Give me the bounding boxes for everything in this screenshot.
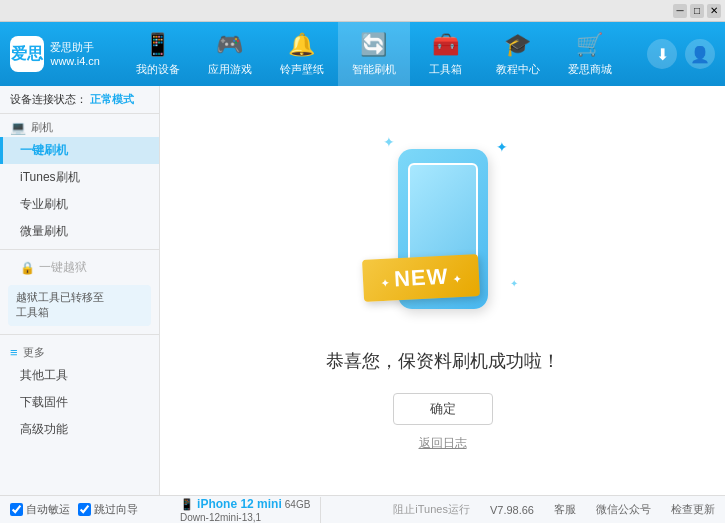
sparkle-1: ✦ <box>383 134 395 150</box>
tutorials-icon: 🎓 <box>504 32 531 58</box>
nav-item-apps-games[interactable]: 🎮 应用游戏 <box>194 22 266 86</box>
bottom-left: 自动敏运 跳过向导 <box>10 502 170 517</box>
skip-wizard-checkbox[interactable]: 跳过向导 <box>78 502 138 517</box>
device-name: iPhone 12 mini <box>197 497 282 511</box>
nav-item-smart-shop[interactable]: 🔄 智能刷机 <box>338 22 410 86</box>
sidebar-item-itunes-flash[interactable]: iTunes刷机 <box>0 164 159 191</box>
titlebar: ─ □ ✕ <box>0 0 725 22</box>
sidebar-item-other-tools[interactable]: 其他工具 <box>0 362 159 389</box>
new-ribbon: NEW <box>361 254 479 302</box>
ringtones-icon: 🔔 <box>288 32 315 58</box>
nav-item-ringtones[interactable]: 🔔 铃声壁纸 <box>266 22 338 86</box>
download-button[interactable]: ⬇ <box>647 39 677 69</box>
nav-item-my-device[interactable]: 📱 我的设备 <box>122 22 194 86</box>
update-link[interactable]: 检查更新 <box>671 502 715 517</box>
minimize-button[interactable]: ─ <box>673 4 687 18</box>
topnav: 爱思 爱思助手 www.i4.cn 📱 我的设备 🎮 应用游戏 🔔 铃声壁纸 🔄… <box>0 22 725 86</box>
lock-icon: 🔒 <box>20 261 35 275</box>
device-icon: 📱 <box>144 32 171 58</box>
nav-items: 📱 我的设备 🎮 应用游戏 🔔 铃声壁纸 🔄 智能刷机 🧰 工具箱 🎓 教程中心… <box>100 22 647 86</box>
auto-launch-label: 自动敏运 <box>26 502 70 517</box>
sparkle-3: ✦ <box>510 278 518 289</box>
sidebar-item-pro-flash[interactable]: 专业刷机 <box>0 191 159 218</box>
store-icon: 🛒 <box>576 32 603 58</box>
logo-icon: 爱思 <box>10 36 44 72</box>
sidebar-item-download-firmware[interactable]: 下载固件 <box>0 389 159 416</box>
auto-launch-checkbox[interactable]: 自动敏运 <box>10 502 70 517</box>
service-link[interactable]: 客服 <box>554 502 576 517</box>
sidebar-notice: 越狱工具已转移至工具箱 <box>8 285 151 326</box>
phone-illustration: ✦ ✦ ✦ NEW <box>353 129 533 329</box>
skip-wizard-input[interactable] <box>78 503 91 516</box>
user-button[interactable]: 👤 <box>685 39 715 69</box>
sidebar-item-one-click-flash[interactable]: 一键刷机 <box>0 137 159 164</box>
apps-icon: 🎮 <box>216 32 243 58</box>
sidebar-section-flash: 💻 刷机 <box>0 114 159 137</box>
sidebar-section-more: ≡ 更多 <box>0 339 159 362</box>
sidebar-divider-2 <box>0 334 159 335</box>
main-container: 设备连接状态： 正常模式 💻 刷机 一键刷机 iTunes刷机 专业刷机 微量刷… <box>0 86 725 495</box>
nav-item-tutorials[interactable]: 🎓 教程中心 <box>482 22 554 86</box>
bottom-device-info: 📱 iPhone 12 mini 64GB Down-12mini-13,1 <box>170 497 321 523</box>
logo-text: 爱思助手 www.i4.cn <box>50 40 100 69</box>
sidebar-item-advanced-functions[interactable]: 高级功能 <box>0 416 159 443</box>
goto-log-link[interactable]: 返回日志 <box>419 435 467 452</box>
logo: 爱思 爱思助手 www.i4.cn <box>10 36 100 72</box>
device-icon-small: 📱 <box>180 498 194 510</box>
sidebar-item-jailbreak-locked: 🔒 一键越狱 <box>0 254 159 281</box>
sidebar: 设备连接状态： 正常模式 💻 刷机 一键刷机 iTunes刷机 专业刷机 微量刷… <box>0 86 160 495</box>
device-model: Down-12mini-13,1 <box>180 512 261 523</box>
auto-launch-input[interactable] <box>10 503 23 516</box>
confirm-button[interactable]: 确定 <box>393 393 493 425</box>
bottom-bar: 自动敏运 跳过向导 📱 iPhone 12 mini 64GB Down-12m… <box>0 495 725 523</box>
itunes-status: 阻止iTunes运行 <box>393 502 470 517</box>
content-area: ✦ ✦ ✦ NEW 恭喜您，保资料刷机成功啦！ 确定 返回日志 <box>160 86 725 495</box>
more-section-icon: ≡ <box>10 345 18 360</box>
wechat-link[interactable]: 微信公众号 <box>596 502 651 517</box>
device-storage: 64GB <box>285 499 311 510</box>
sidebar-divider-1 <box>0 249 159 250</box>
nav-right: ⬇ 👤 <box>647 39 715 69</box>
close-button[interactable]: ✕ <box>707 4 721 18</box>
maximize-button[interactable]: □ <box>690 4 704 18</box>
sidebar-item-micro-flash[interactable]: 微量刷机 <box>0 218 159 245</box>
success-message: 恭喜您，保资料刷机成功啦！ <box>326 349 560 373</box>
device-status-bar: 设备连接状态： 正常模式 <box>0 86 159 114</box>
smart-shop-icon: 🔄 <box>360 32 387 58</box>
toolbox-icon: 🧰 <box>432 32 459 58</box>
bottom-right: 阻止iTunes运行 V7.98.66 客服 微信公众号 检查更新 <box>321 502 715 517</box>
sparkle-2: ✦ <box>496 139 508 155</box>
version-label: V7.98.66 <box>490 504 534 516</box>
skip-wizard-label: 跳过向导 <box>94 502 138 517</box>
flash-section-icon: 💻 <box>10 120 26 135</box>
nav-item-store[interactable]: 🛒 爱思商城 <box>554 22 626 86</box>
nav-item-toolbox[interactable]: 🧰 工具箱 <box>410 22 482 86</box>
